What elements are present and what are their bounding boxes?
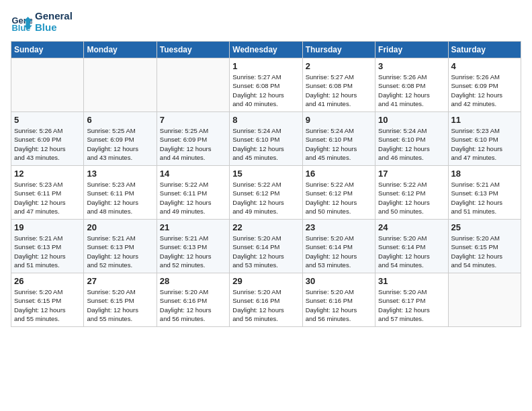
day-header-sunday: Sunday [11,42,84,58]
calendar-cell: 4Sunrise: 5:26 AM Sunset: 6:09 PM Daylig… [448,58,521,112]
day-info: Sunrise: 5:23 AM Sunset: 6:11 PM Dayligh… [87,180,153,216]
day-info: Sunrise: 5:22 AM Sunset: 6:11 PM Dayligh… [160,180,226,216]
calendar-cell: 28Sunrise: 5:20 AM Sunset: 6:16 PM Dayli… [157,273,229,327]
day-info: Sunrise: 5:25 AM Sunset: 6:09 PM Dayligh… [160,126,226,162]
day-info: Sunrise: 5:21 AM Sunset: 6:13 PM Dayligh… [451,180,518,216]
calendar-cell: 2Sunrise: 5:27 AM Sunset: 6:08 PM Daylig… [302,58,375,112]
calendar-cell: 26Sunrise: 5:20 AM Sunset: 6:15 PM Dayli… [11,273,84,327]
calendar-cell: 6Sunrise: 5:25 AM Sunset: 6:09 PM Daylig… [84,112,157,166]
calendar-cell [157,58,229,112]
day-header-wednesday: Wednesday [230,42,302,58]
day-info: Sunrise: 5:27 AM Sunset: 6:08 PM Dayligh… [232,73,299,108]
calendar-cell: 8Sunrise: 5:24 AM Sunset: 6:10 PM Daylig… [230,112,302,166]
day-number: 12 [14,169,81,179]
day-header-friday: Friday [375,42,448,58]
day-number: 8 [232,115,299,125]
day-info: Sunrise: 5:20 AM Sunset: 6:17 PM Dayligh… [378,287,445,323]
day-number: 14 [160,169,226,179]
day-number: 18 [451,169,518,179]
calendar-cell: 23Sunrise: 5:20 AM Sunset: 6:14 PM Dayli… [302,220,375,273]
calendar-cell: 15Sunrise: 5:22 AM Sunset: 6:12 PM Dayli… [230,166,302,220]
day-info: Sunrise: 5:26 AM Sunset: 6:09 PM Dayligh… [451,73,518,108]
day-info: Sunrise: 5:22 AM Sunset: 6:12 PM Dayligh… [306,180,372,216]
day-info: Sunrise: 5:20 AM Sunset: 6:14 PM Dayligh… [232,234,299,269]
day-number: 1 [232,61,299,71]
calendar-cell [448,273,521,327]
day-info: Sunrise: 5:20 AM Sunset: 6:15 PM Dayligh… [451,234,518,269]
day-info: Sunrise: 5:22 AM Sunset: 6:12 PM Dayligh… [232,180,299,216]
day-number: 3 [378,61,445,71]
logo-wordmark: General Blue [35,11,73,33]
calendar-cell: 11Sunrise: 5:23 AM Sunset: 6:10 PM Dayli… [448,112,521,166]
day-info: Sunrise: 5:27 AM Sunset: 6:08 PM Dayligh… [306,73,372,108]
day-info: Sunrise: 5:24 AM Sunset: 6:10 PM Dayligh… [306,126,372,162]
calendar-cell: 20Sunrise: 5:21 AM Sunset: 6:13 PM Dayli… [84,220,157,273]
day-number: 26 [14,276,81,286]
day-number: 22 [232,222,299,232]
calendar-cell: 7Sunrise: 5:25 AM Sunset: 6:09 PM Daylig… [157,112,229,166]
day-info: Sunrise: 5:20 AM Sunset: 6:16 PM Dayligh… [232,287,299,323]
day-number: 16 [306,169,372,179]
day-info: Sunrise: 5:20 AM Sunset: 6:15 PM Dayligh… [14,287,81,323]
day-info: Sunrise: 5:24 AM Sunset: 6:10 PM Dayligh… [378,126,445,162]
day-number: 6 [87,115,153,125]
calendar-cell: 18Sunrise: 5:21 AM Sunset: 6:13 PM Dayli… [448,166,521,220]
calendar-cell: 22Sunrise: 5:20 AM Sunset: 6:14 PM Dayli… [230,220,302,273]
day-number: 19 [14,222,81,232]
day-header-tuesday: Tuesday [157,42,229,58]
day-number: 17 [378,169,445,179]
calendar-cell: 10Sunrise: 5:24 AM Sunset: 6:10 PM Dayli… [375,112,448,166]
day-info: Sunrise: 5:26 AM Sunset: 6:08 PM Dayligh… [378,73,445,108]
day-number: 29 [232,276,299,286]
day-info: Sunrise: 5:26 AM Sunset: 6:09 PM Dayligh… [14,126,81,162]
day-number: 5 [14,115,81,125]
day-number: 21 [160,222,226,232]
day-number: 20 [87,222,153,232]
calendar-cell: 17Sunrise: 5:22 AM Sunset: 6:12 PM Dayli… [375,166,448,220]
calendar-cell: 27Sunrise: 5:20 AM Sunset: 6:15 PM Dayli… [84,273,157,327]
calendar-cell: 3Sunrise: 5:26 AM Sunset: 6:08 PM Daylig… [375,58,448,112]
day-info: Sunrise: 5:20 AM Sunset: 6:16 PM Dayligh… [160,287,226,323]
day-header-thursday: Thursday [302,42,375,58]
calendar-cell: 14Sunrise: 5:22 AM Sunset: 6:11 PM Dayli… [157,166,229,220]
day-info: Sunrise: 5:24 AM Sunset: 6:10 PM Dayligh… [232,126,299,162]
day-number: 31 [378,276,445,286]
day-number: 15 [232,169,299,179]
day-number: 30 [306,276,372,286]
day-number: 10 [378,115,445,125]
calendar-cell: 21Sunrise: 5:21 AM Sunset: 6:13 PM Dayli… [157,220,229,273]
calendar-cell: 12Sunrise: 5:23 AM Sunset: 6:11 PM Dayli… [11,166,84,220]
calendar-cell: 19Sunrise: 5:21 AM Sunset: 6:13 PM Dayli… [11,220,84,273]
day-number: 2 [306,61,372,71]
day-header-saturday: Saturday [448,42,521,58]
calendar-cell: 24Sunrise: 5:20 AM Sunset: 6:14 PM Dayli… [375,220,448,273]
day-number: 23 [306,222,372,232]
calendar-cell: 9Sunrise: 5:24 AM Sunset: 6:10 PM Daylig… [302,112,375,166]
day-number: 27 [87,276,153,286]
calendar-cell: 13Sunrise: 5:23 AM Sunset: 6:11 PM Dayli… [84,166,157,220]
header: General Blue General Blue [11,11,521,33]
calendar-table: SundayMondayTuesdayWednesdayThursdayFrid… [11,41,521,327]
day-number: 24 [378,222,445,232]
calendar-cell [84,58,157,112]
logo: General Blue General Blue [11,11,73,33]
day-number: 13 [87,169,153,179]
logo-icon: General Blue [11,11,32,33]
day-number: 4 [451,61,518,71]
calendar-cell: 30Sunrise: 5:20 AM Sunset: 6:16 PM Dayli… [302,273,375,327]
calendar-cell: 31Sunrise: 5:20 AM Sunset: 6:17 PM Dayli… [375,273,448,327]
day-info: Sunrise: 5:21 AM Sunset: 6:13 PM Dayligh… [160,234,226,269]
day-info: Sunrise: 5:23 AM Sunset: 6:10 PM Dayligh… [451,126,518,162]
calendar-cell: 29Sunrise: 5:20 AM Sunset: 6:16 PM Dayli… [230,273,302,327]
calendar-cell [11,58,84,112]
calendar-cell: 25Sunrise: 5:20 AM Sunset: 6:15 PM Dayli… [448,220,521,273]
day-info: Sunrise: 5:21 AM Sunset: 6:13 PM Dayligh… [14,234,81,269]
day-number: 25 [451,222,518,232]
day-number: 11 [451,115,518,125]
day-number: 28 [160,276,226,286]
calendar-cell: 1Sunrise: 5:27 AM Sunset: 6:08 PM Daylig… [230,58,302,112]
calendar-cell: 16Sunrise: 5:22 AM Sunset: 6:12 PM Dayli… [302,166,375,220]
day-info: Sunrise: 5:21 AM Sunset: 6:13 PM Dayligh… [87,234,153,269]
day-info: Sunrise: 5:20 AM Sunset: 6:16 PM Dayligh… [306,287,372,323]
day-info: Sunrise: 5:20 AM Sunset: 6:15 PM Dayligh… [87,287,153,323]
